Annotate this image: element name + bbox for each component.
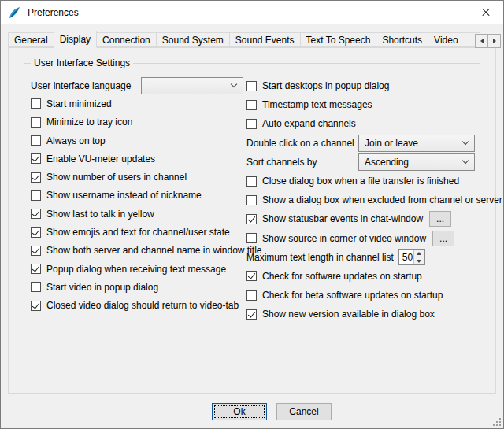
more-button-show-source-in-corner-of-video-window[interactable]: ... [432, 231, 454, 246]
checkbox-row-start-minimized[interactable]: Start minimized [31, 94, 243, 113]
checkbox-row-show-statusbar-events-in-chat-window[interactable]: Show statusbar events in chat-window... [246, 209, 475, 228]
tab-scroll-right-button[interactable] [487, 34, 501, 48]
select-label: Sort channels by [246, 157, 317, 168]
close-button[interactable] [469, 1, 503, 24]
left-column: User interface language Start minimizedM… [31, 76, 243, 315]
checkbox-row-always-on-top[interactable]: Always on top [31, 131, 243, 150]
checkbox-icon [31, 227, 41, 238]
ok-button[interactable]: Ok [212, 403, 267, 420]
language-row: User interface language [31, 76, 243, 94]
tab-sound-system[interactable]: Sound System [156, 32, 230, 47]
more-button-show-statusbar-events-in-chat-window[interactable]: ... [429, 211, 451, 227]
checkbox-row-show-a-dialog-box-when-excluded-from-channel-or-server[interactable]: Show a dialog box when excluded from cha… [246, 190, 475, 209]
arrow-down-button[interactable] [414, 257, 424, 264]
checkbox-label: Start video in popup dialog [46, 282, 158, 293]
tab-video[interactable]: Video [428, 32, 480, 47]
ui-settings-groupbox: User Interface Settings User interface l… [24, 63, 480, 357]
checkbox-icon [31, 190, 41, 201]
checkbox-row-check-for-software-updates-on-startup[interactable]: Check for software updates on startup [246, 267, 475, 286]
tab-connection[interactable]: Connection [96, 32, 157, 47]
checkbox-label: Show emojis and text for channel/user st… [46, 227, 230, 238]
checkbox-label: Timestamp text messages [262, 99, 372, 110]
preferences-window: Preferences GeneralDisplayConnectionSoun… [0, 0, 504, 429]
checkbox-row-show-source-in-corner-of-video-window[interactable]: Show source in corner of video window... [246, 229, 475, 248]
select-label: Double click on a channel [246, 138, 354, 149]
checkbox-row-show-new-version-available-in-dialog-box[interactable]: Show new version available in dialog box [246, 305, 475, 324]
checkbox-label: Auto expand channels [262, 118, 356, 129]
checkbox-label: Show statusbar events in chat-window [262, 213, 423, 224]
dropdown-sort-channels-by[interactable]: Ascending [358, 153, 475, 171]
checkbox-icon [246, 100, 257, 110]
checkbox-row-auto-expand-channels[interactable]: Auto expand channels [246, 114, 475, 133]
checkbox-label: Show both server and channel name in win… [46, 245, 262, 256]
checkbox-icon [31, 282, 41, 292]
resize-grip[interactable] [492, 417, 501, 426]
select-row-double-click-on-a-channel: Double click on a channelJoin or leave [246, 134, 475, 153]
spinner-row-maximum-text-length-in-channel-list: Maximum text length in channel list50 [246, 248, 475, 267]
checkbox-label: Start minimized [46, 98, 112, 109]
checkbox-label: Show a dialog box when excluded from cha… [262, 194, 502, 205]
checkbox-row-show-emojis-and-text-for-channel-user-state[interactable]: Show emojis and text for channel/user st… [31, 223, 243, 241]
titlebar[interactable]: Preferences [1, 1, 503, 24]
right-column: Start desktops in popup dialogTimestamp … [246, 76, 475, 324]
checkbox-label: Close dialog box when a file transfer is… [262, 176, 459, 187]
resize-grip-icon [492, 417, 501, 426]
checkbox-icon [246, 233, 257, 243]
arrow-left-icon [480, 39, 484, 43]
checkbox-label: Check for beta software updates on start… [262, 290, 443, 301]
dropdown-double-click-on-a-channel[interactable]: Join or leave [358, 135, 475, 152]
tab-shortcuts[interactable]: Shortcuts [376, 32, 428, 47]
tab-scroll-left-button[interactable] [475, 34, 488, 48]
language-select[interactable] [141, 77, 243, 94]
arrow-up-button[interactable] [414, 250, 424, 257]
tab-bar: GeneralDisplayConnectionSound SystemSoun… [8, 31, 480, 48]
checkbox-icon [31, 172, 41, 183]
spinner-buttons [413, 250, 424, 264]
checkbox-icon [31, 246, 41, 256]
checkbox-icon [246, 271, 257, 281]
spinner-label: Maximum text length in channel list [246, 252, 394, 263]
checkbox-icon [246, 195, 257, 205]
cancel-button[interactable]: Cancel [276, 403, 332, 420]
checkbox-row-timestamp-text-messages[interactable]: Timestamp text messages [246, 95, 475, 114]
tab-sound-events[interactable]: Sound Events [229, 32, 301, 47]
chevron-down-icon [462, 139, 469, 145]
checkbox-icon [246, 81, 257, 91]
checkbox-row-start-desktops-in-popup-dialog[interactable]: Start desktops in popup dialog [246, 76, 475, 95]
checkbox-label: Show source in corner of video window [262, 233, 426, 244]
checkbox-icon [246, 214, 257, 224]
checkbox-icon [246, 176, 257, 187]
checkbox-label: Always on top [46, 135, 106, 146]
spinbox-maximum-text-length-in-channel-list[interactable]: 50 [398, 249, 425, 265]
display-tab-page: User Interface Settings User interface l… [8, 47, 496, 394]
checkbox-icon [246, 290, 257, 301]
checkbox-label: Show last to talk in yellow [46, 209, 154, 220]
checkbox-row-show-last-to-talk-in-yellow[interactable]: Show last to talk in yellow [31, 205, 243, 223]
window-title: Preferences [28, 7, 79, 18]
checkbox-row-closed-video-dialog-should-return-to-video-tab[interactable]: Closed video dialog should return to vid… [31, 297, 243, 315]
checkbox-row-check-for-beta-software-updates-on-startup[interactable]: Check for beta software updates on start… [246, 286, 475, 305]
close-icon [482, 9, 490, 17]
chevron-down-icon [462, 157, 469, 164]
checkbox-row-show-both-server-and-channel-name-in-window-title[interactable]: Show both server and channel name in win… [31, 242, 243, 260]
checkbox-label: Show new version available in dialog box [262, 309, 435, 320]
checkbox-row-enable-vu-meter-updates[interactable]: Enable VU-meter updates [31, 150, 243, 168]
checkbox-row-minimize-to-tray-icon[interactable]: Minimize to tray icon [31, 113, 243, 131]
checkbox-label: Check for software updates on startup [262, 271, 422, 282]
checkbox-label: Show username instead of nickname [46, 190, 202, 201]
checkbox-icon [31, 117, 41, 128]
checkbox-row-start-video-in-popup-dialog[interactable]: Start video in popup dialog [31, 278, 243, 296]
checkbox-icon [246, 119, 257, 129]
checkbox-row-show-number-of-users-in-channel[interactable]: Show number of users in channel [31, 168, 243, 186]
checkbox-icon [31, 98, 41, 109]
checkbox-row-show-username-instead-of-nickname[interactable]: Show username instead of nickname [31, 187, 243, 205]
tab-display[interactable]: Display [54, 31, 97, 48]
checkbox-row-close-dialog-box-when-a-file-transfer-is-finished[interactable]: Close dialog box when a file transfer is… [246, 172, 475, 190]
checkbox-icon [31, 153, 41, 164]
tab-general[interactable]: General [8, 32, 54, 47]
checkbox-row-popup-dialog-when-receiving-text-message[interactable]: Popup dialog when receiving text message [31, 260, 243, 278]
teamtalk-logo-icon [8, 6, 21, 20]
tab-text-to-speech[interactable]: Text To Speech [300, 32, 377, 47]
checkbox-label: Start desktops in popup dialog [262, 80, 389, 91]
checkbox-icon [31, 135, 41, 146]
